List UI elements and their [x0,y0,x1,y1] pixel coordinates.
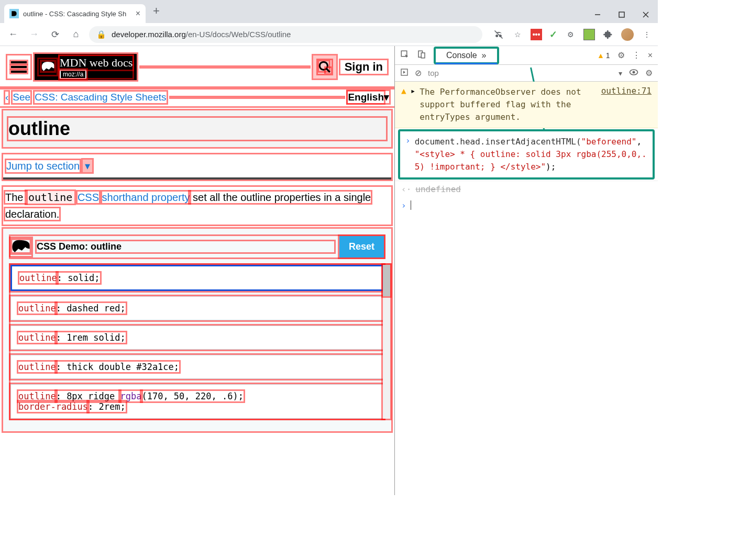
context-selector[interactable]: top [428,69,612,77]
demo-item[interactable]: outline: 8px ridge rgba(170, 50, 220, .6… [10,384,384,419]
context-chevron-icon: ▾ [619,69,622,77]
bookmark-icon[interactable]: ☆ [512,29,523,40]
mdn-dino-icon [39,59,57,75]
window-titlebar: outline - CSS: Cascading Style Sh × + [0,0,658,23]
expand-icon[interactable]: ▸ [411,86,416,124]
back-button[interactable]: ← [5,27,21,42]
console-tab[interactable]: Console » [434,47,499,64]
eye-icon[interactable] [628,67,639,80]
extension-lastpass-icon[interactable]: ••• [531,29,542,40]
search-button[interactable] [313,55,336,79]
demo-scrollbar[interactable] [383,265,390,419]
home-button[interactable]: ⌂ [68,27,84,42]
page-content: MDN web docs moz://a Sign in ‹ See CSS: … [0,46,395,495]
demo-list: outline: solid; outline: dashed red; out… [10,265,384,419]
language-selector[interactable]: English ▾ [348,91,389,103]
mdn-logo[interactable]: MDN web docs moz://a [35,54,137,80]
console-warning-row: ▲ ▸ The PerformanceObserver does not sup… [395,82,658,128]
return-icon: ‹· [401,184,411,194]
demo-dino-icon [10,238,31,256]
return-value: undefined [415,184,461,194]
reset-button[interactable]: Reset [339,236,384,257]
extension-check-icon[interactable]: ✓ [549,29,557,40]
breadcrumb-see: See [13,92,30,103]
warning-icon: ▲ [401,86,406,124]
demo-item[interactable]: outline: dashed red; [10,296,384,320]
page-title-box: outline [3,110,391,147]
shorthand-link[interactable]: shorthand property [102,192,190,203]
warning-icon: ▲ [597,51,604,60]
address-bar[interactable]: 🔒 developer.mozilla.org/en-US/docs/Web/C… [89,26,482,43]
clear-console-icon[interactable]: ⊘ [415,68,422,78]
close-tab-icon[interactable]: × [136,9,140,18]
prompt-icon: › [401,200,406,210]
svg-point-5 [319,62,327,70]
forward-button[interactable]: → [26,27,42,42]
window-controls [586,6,658,23]
lock-icon: 🔒 [96,30,106,39]
tab-title: outline - CSS: Cascading Style Sh [23,10,131,18]
console-command-row: › document.head.insertAdjacentHTML("befo… [403,135,649,174]
new-tab-button[interactable]: + [153,4,160,18]
devtools-tabs: Console » ▲1 ⚙ ⋮ × [395,46,658,65]
inspect-icon[interactable] [400,50,410,61]
demo-item[interactable]: outline: thick double #32a1ce; [10,355,384,379]
breadcrumb-css-link[interactable]: CSS: Cascading Style Sheets [35,92,166,103]
close-devtools-icon[interactable]: × [648,51,653,60]
execution-toggle-icon[interactable] [400,68,409,79]
incognito-icon[interactable] [493,29,504,40]
chevron-left-icon[interactable]: ‹ [5,92,8,103]
extension-note-icon[interactable] [583,29,595,40]
device-toggle-icon[interactable] [417,50,426,61]
url-host: developer.mozilla.org [112,30,186,39]
svg-rect-1 [619,12,624,17]
command-highlight-box: › document.head.insertAdjacentHTML("befo… [398,129,655,180]
search-icon [318,60,332,74]
favicon-icon [9,9,19,18]
devtools-panel: Console » ▲1 ⚙ ⋮ × ⊘ top ▾ ⚙ ▲ ▸ The Per… [395,46,658,495]
page-title: outline [8,118,386,140]
prompt-icon: › [405,136,411,173]
mdn-logo-sub: moz://a [60,70,86,79]
css-demo-box: CSS Demo: outline Reset outline: solid; … [3,229,391,431]
settings-icon[interactable]: ⚙ [617,50,625,60]
svg-point-12 [633,71,635,73]
mdn-logo-text: MDN web docs [60,56,133,70]
signin-link[interactable]: Sign in [340,60,387,74]
chevron-down-icon: ▾ [83,160,92,172]
console-settings-icon[interactable]: ⚙ [645,68,653,78]
warning-source-link[interactable]: outline:71 [601,86,652,124]
demo-item[interactable]: outline: solid; [10,265,384,291]
hamburger-menu-button[interactable] [7,55,30,79]
more-icon[interactable]: ⋮ [632,50,641,60]
extension-gear-icon[interactable]: ⚙ [565,29,576,40]
jump-to-section[interactable]: Jump to section ▾ [3,154,391,180]
menu-icon[interactable]: ⋮ [641,29,653,40]
warning-text: The PerformanceObserver does not support… [420,86,597,124]
breadcrumb-bar: ‹ See CSS: Cascading Style Sheets Englis… [0,88,394,106]
maximize-button[interactable] [610,6,634,23]
code-outline: outline [26,191,74,204]
svg-rect-9 [421,53,425,58]
demo-title: CSS Demo: outline [37,241,334,252]
console-return-row: ‹· undefined [395,181,658,197]
jump-label: Jump to section [6,160,80,172]
warning-count-badge[interactable]: ▲1 [597,51,610,60]
console-input-row[interactable]: › [395,197,658,214]
browser-toolbar: ← → ⟳ ⌂ 🔒 developer.mozilla.org/en-US/do… [0,23,658,46]
mdn-header: MDN web docs moz://a Sign in [0,46,394,88]
svg-line-4 [495,30,503,38]
profile-avatar[interactable] [621,28,634,41]
console-body: ▲ ▸ The PerformanceObserver does not sup… [395,82,658,495]
extensions-icon[interactable] [602,29,614,40]
css-link[interactable]: CSS [78,192,99,203]
input-cursor [411,200,411,210]
url-path: /en-US/docs/Web/CSS/outline [186,30,291,39]
command-text: document.head.insertAdjacentHTML("before… [415,136,647,173]
intro-paragraph: The outline CSS shorthand property set a… [3,187,391,225]
minimize-button[interactable] [586,6,610,23]
reload-button[interactable]: ⟳ [47,27,63,42]
close-window-button[interactable] [634,6,658,23]
browser-tab[interactable]: outline - CSS: Cascading Style Sh × [4,4,146,23]
demo-item[interactable]: outline: 1rem solid; [10,326,384,350]
